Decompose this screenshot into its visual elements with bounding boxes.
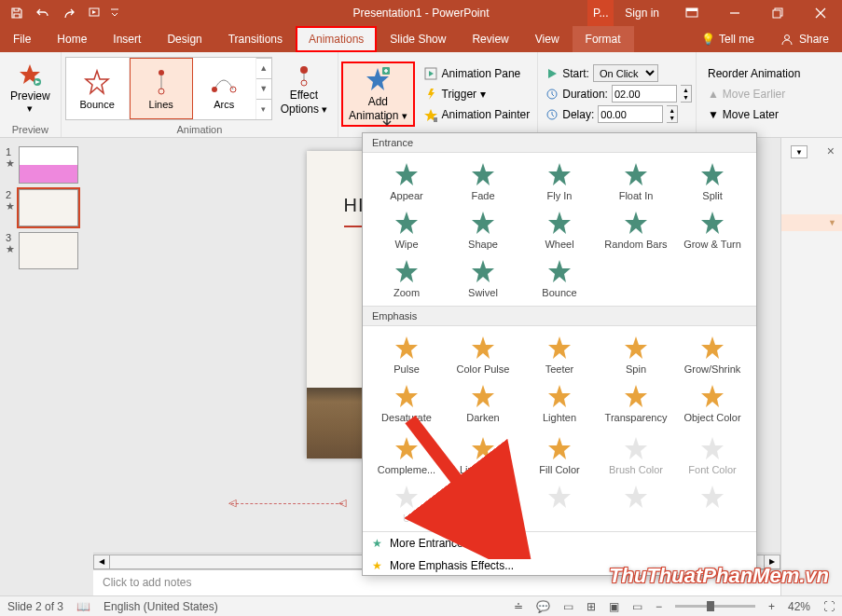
tab-view[interactable]: View <box>522 26 573 52</box>
thumbnail-1[interactable]: 1★ <box>0 144 93 186</box>
animation-indicator-icon: ★ <box>6 200 15 212</box>
comments-button[interactable]: 💬 <box>536 600 550 613</box>
entrance-wheel[interactable]: Wheel <box>521 205 598 253</box>
svg-marker-43 <box>625 336 647 359</box>
zoom-in-button[interactable]: + <box>768 600 775 613</box>
trigger-button[interactable]: Trigger ▾ <box>420 84 534 103</box>
emphasis-fill-color[interactable]: Fill Color <box>521 431 598 479</box>
emphasis-grow-shrink[interactable]: Grow/Shrink <box>674 330 751 378</box>
start-select[interactable]: On Click <box>593 64 658 82</box>
tab-home[interactable]: Home <box>44 26 100 52</box>
tab-file[interactable]: File <box>0 26 44 52</box>
more-entrance-effects[interactable]: ★More Entrance Effects... <box>363 532 756 554</box>
svg-marker-38 <box>472 260 494 282</box>
minimize-button[interactable] <box>713 0 756 26</box>
qat-customize-button[interactable] <box>108 2 121 24</box>
gallery-item-lines[interactable]: Lines <box>130 58 193 119</box>
pane-close-icon[interactable]: × <box>827 144 835 158</box>
tab-slideshow[interactable]: Slide Show <box>377 26 459 52</box>
duration-spinner[interactable]: ▲▼ <box>681 85 692 103</box>
emphasis-darken[interactable]: Darken <box>445 378 521 427</box>
emphasis-transparency[interactable]: Transparency <box>598 378 674 427</box>
entrance-wipe[interactable]: Wipe <box>368 205 445 253</box>
spellcheck-icon[interactable]: 📖 <box>76 600 90 613</box>
reading-view-button[interactable]: ▣ <box>609 600 619 613</box>
tab-insert[interactable]: Insert <box>100 26 154 52</box>
zoom-level[interactable]: 42% <box>788 600 810 613</box>
gallery-item-bounce[interactable]: Bounce <box>66 58 130 119</box>
ribbon-display-options[interactable] <box>670 0 713 26</box>
entrance-appear[interactable]: Appear <box>368 157 445 205</box>
emphasis-line-color[interactable]: Line Color <box>445 431 521 479</box>
entrance-float-in[interactable]: Float In <box>598 157 674 205</box>
emphasis-lighten[interactable]: Lighten <box>521 378 598 427</box>
gallery-scroll[interactable]: ▲▼▾ <box>256 58 271 119</box>
sign-in-button[interactable]: Sign in <box>614 0 670 26</box>
entrance-fade[interactable]: Fade <box>445 157 521 205</box>
effect-options-button[interactable]: Effect Options ▾ <box>274 57 334 120</box>
entrance-split[interactable]: Split <box>674 157 751 205</box>
thumbnail-3[interactable]: 3★ <box>0 229 93 272</box>
tab-design[interactable]: Design <box>154 26 214 52</box>
emphasis-pulse[interactable]: Pulse <box>368 330 445 378</box>
entrance-zoom[interactable]: Zoom <box>368 253 445 302</box>
entrance-shape[interactable]: Shape <box>445 205 521 253</box>
notes-button[interactable]: ≐ <box>514 600 523 613</box>
motion-path-end-icon[interactable]: ◁ <box>338 498 347 507</box>
move-later-button[interactable]: ▼ Move Later <box>704 104 804 124</box>
share-button[interactable]: Share <box>767 26 842 52</box>
delay-input[interactable] <box>598 105 663 123</box>
start-from-beginning-button[interactable] <box>82 2 108 24</box>
slideshow-view-button[interactable]: ▭ <box>632 600 642 613</box>
thumbnail-2[interactable]: 2★ <box>0 186 93 229</box>
group-preview-label: Preview <box>4 122 57 137</box>
thumb-number: 3 <box>6 232 15 243</box>
preview-button[interactable]: Preview▾ <box>4 57 57 120</box>
tab-format[interactable]: Format <box>573 26 634 52</box>
tab-review[interactable]: Review <box>459 26 521 52</box>
duration-input[interactable] <box>612 85 677 103</box>
svg-marker-56 <box>472 486 494 508</box>
zoom-slider[interactable] <box>675 605 755 608</box>
add-animation-button[interactable]: Add Animation ▾ <box>342 62 413 126</box>
tell-me-button[interactable]: 💡 Tell me <box>688 26 767 52</box>
entrance-swivel[interactable]: Swivel <box>445 253 521 302</box>
pane-dropdown-icon[interactable]: ▼ <box>791 145 807 158</box>
tab-animations[interactable]: Animations <box>296 26 377 52</box>
pane-item-dropdown[interactable]: ▼ <box>781 214 842 231</box>
close-button[interactable] <box>799 0 842 26</box>
emphasis-desaturate[interactable]: Desaturate <box>368 378 445 427</box>
reorder-title: Reorder Animation <box>704 63 804 83</box>
emphasis-spin[interactable]: Spin <box>598 330 674 378</box>
restore-button[interactable] <box>756 0 799 26</box>
zoom-out-button[interactable]: − <box>656 600 662 613</box>
redo-button[interactable] <box>56 2 82 24</box>
sorter-view-button[interactable]: ⊞ <box>587 600 596 613</box>
motion-path-start-icon[interactable]: ◁ <box>228 498 237 507</box>
delay-spinner[interactable]: ▲▼ <box>667 105 678 123</box>
animation-gallery[interactable]: Bounce Lines Arcs ▲▼▾ <box>65 57 272 120</box>
emphasis-object-color[interactable]: Object Color <box>674 378 751 427</box>
move-earlier-label: Move Earlier <box>723 88 785 101</box>
animation-painter-button[interactable]: Animation Painter <box>420 104 534 124</box>
motion-path-line[interactable] <box>231 503 343 504</box>
undo-button[interactable] <box>30 2 56 24</box>
entrance-grow-turn[interactable]: Grow & Turn <box>674 205 751 253</box>
animation-pane-button[interactable]: Animation Pane <box>420 63 534 83</box>
normal-view-button[interactable]: ▭ <box>563 600 573 613</box>
entrance-fly-in[interactable]: Fly In <box>521 157 598 205</box>
emphasis-teeter[interactable]: Teeter <box>521 330 598 378</box>
account-menu[interactable]: P... <box>587 0 614 26</box>
emphasis-color-pulse[interactable]: Color Pulse <box>445 330 521 378</box>
entrance-random-bars[interactable]: Random Bars <box>598 205 674 253</box>
fit-to-window-button[interactable]: ⛶ <box>823 600 835 613</box>
emphasis-compleme-[interactable]: Compleme... <box>368 431 445 479</box>
svg-marker-49 <box>701 385 724 407</box>
slide-indicator[interactable]: Slide 2 of 3 <box>7 600 63 613</box>
more-label: More Emphasis Effects... <box>390 559 514 572</box>
save-button[interactable] <box>4 2 30 24</box>
entrance-bounce[interactable]: Bounce <box>521 253 598 302</box>
language-button[interactable]: English (United States) <box>104 600 218 613</box>
gallery-item-arcs[interactable]: Arcs <box>193 58 256 119</box>
tab-transitions[interactable]: Transitions <box>215 26 296 52</box>
